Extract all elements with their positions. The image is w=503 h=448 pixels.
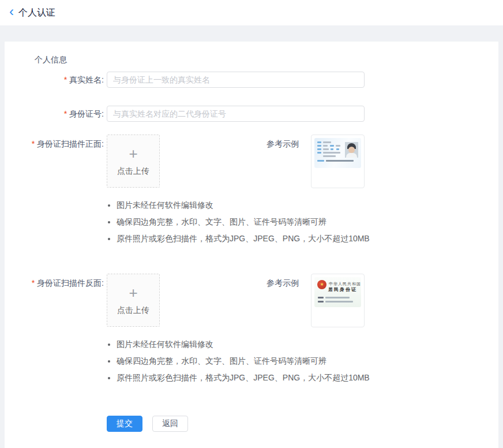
page-title: 个人认证 [18, 7, 55, 19]
sample-photo [345, 142, 358, 158]
id-card-back-illustration: ★ 中华人民共和国 居民身份证 [314, 277, 361, 307]
example-label: 参考示例 [266, 135, 299, 150]
real-name-label: *真实姓名: [5, 72, 104, 88]
form-card: 个人信息 *真实姓名: *身份证号: *身份证扫描件正面: + 点击上传 参考示… [5, 42, 498, 448]
id-back-upload-control: + 点击上传 参考示例 ★ 中华人民共和国 居民身份证 [107, 274, 365, 327]
id-back-card-title-text: 居民身份证 [328, 286, 357, 293]
page-header: ‹ 个人认证 [0, 0, 503, 25]
id-back-upload-row: *身份证扫描件反面: + 点击上传 参考示例 ★ 中华人民共和国 居民身份证 [5, 274, 498, 327]
section-title: 个人信息 [35, 55, 498, 65]
back-button[interactable]: ‹ 个人认证 [9, 7, 55, 19]
national-emblem-icon: ★ [317, 280, 326, 289]
tip-item: 图片未经任何软件编辑修改 [117, 338, 498, 350]
button-row: 提交 返回 [107, 416, 498, 432]
real-name-row: *真实姓名: [5, 72, 498, 88]
plus-icon: + [129, 146, 137, 161]
id-number-control [107, 106, 365, 122]
submit-button[interactable]: 提交 [107, 416, 142, 432]
real-name-control [107, 72, 365, 88]
tip-item: 原件照片或彩色扫描件，格式为JPG、JPEG、PNG，大小不超过10MB [117, 233, 498, 244]
tip-item: 原件照片或彩色扫描件，格式为JPG、JPEG、PNG，大小不超过10MB [117, 372, 498, 383]
id-number-row: *身份证号: [5, 106, 498, 122]
id-front-upload-row: *身份证扫描件正面: + 点击上传 参考示例 [5, 135, 498, 188]
required-asterisk: * [32, 139, 35, 148]
id-card-front-sample [311, 135, 365, 188]
id-card-front-illustration [314, 138, 361, 168]
tip-item: 图片未经任何软件编辑修改 [117, 199, 498, 211]
tip-item: 确保四边角完整，水印、文字、图片、证件号码等清晰可辨 [117, 216, 498, 227]
id-back-upload-box[interactable]: + 点击上传 [107, 274, 160, 327]
id-front-upload-label: *身份证扫描件正面: [5, 135, 104, 188]
required-asterisk: * [32, 278, 35, 288]
id-card-back-sample: ★ 中华人民共和国 居民身份证 [311, 274, 365, 327]
plus-icon: + [129, 285, 137, 300]
upload-text: 点击上传 [117, 305, 149, 316]
upload-tips-back: 图片未经任何软件编辑修改 确保四边角完整，水印、文字、图片、证件号码等清晰可辨 … [5, 338, 498, 383]
id-front-upload-box[interactable]: + 点击上传 [107, 135, 160, 188]
upload-tips-front: 图片未经任何软件编辑修改 确保四边角完整，水印、文字、图片、证件号码等清晰可辨 … [5, 199, 498, 244]
id-number-input[interactable] [107, 106, 365, 122]
back-chevron-icon: ‹ [9, 6, 14, 17]
id-number-label: *身份证号: [5, 106, 104, 122]
upload-text: 点击上传 [117, 166, 149, 177]
real-name-input[interactable] [107, 72, 365, 88]
required-asterisk: * [64, 75, 67, 84]
required-asterisk: * [64, 109, 67, 118]
back-return-button[interactable]: 返回 [152, 416, 188, 432]
id-back-upload-label: *身份证扫描件反面: [5, 274, 104, 327]
tip-item: 确保四边角完整，水印、文字、图片、证件号码等清晰可辨 [117, 355, 498, 367]
id-front-upload-control: + 点击上传 参考示例 [107, 135, 365, 188]
example-label: 参考示例 [266, 274, 299, 289]
